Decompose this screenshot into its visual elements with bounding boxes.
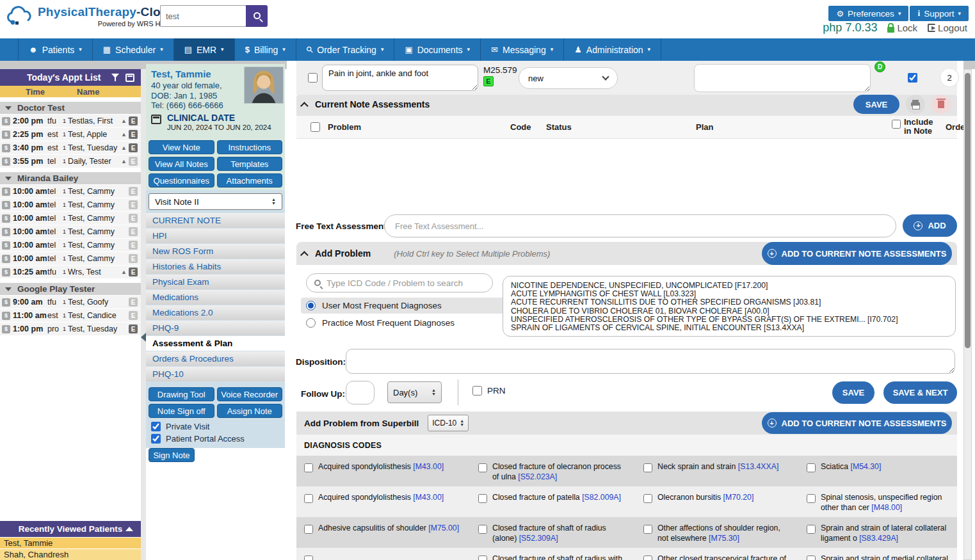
diagnosis-code-cell[interactable]: Neck sprain and strain [S13.4XXA] bbox=[636, 456, 799, 486]
follow-up-value-input[interactable] bbox=[346, 381, 375, 404]
diagnosis-checkbox[interactable] bbox=[478, 525, 487, 534]
radio[interactable] bbox=[306, 318, 316, 328]
row-select-checkbox[interactable] bbox=[308, 73, 318, 83]
radio[interactable] bbox=[306, 301, 316, 310]
appointment-row[interactable]: $ 2:00 pm tfu 1 Testlas, First ▲ E bbox=[0, 115, 141, 127]
diagnosis-checkbox[interactable] bbox=[807, 525, 816, 534]
appointment-row[interactable]: $ 10:00 am tel 1 Test, Cammy ▲ E bbox=[0, 252, 141, 265]
note-tool-button[interactable]: Assign Note bbox=[217, 404, 283, 418]
sign-note-button[interactable]: Sign Note bbox=[149, 448, 195, 462]
diagnosis-code-cell[interactable]: Closed fracture of shaft of radius (alon… bbox=[471, 517, 636, 548]
diagnosis-code-cell[interactable]: Other affections of shoulder region, not… bbox=[636, 517, 799, 548]
patient-action-button[interactable]: Templates bbox=[217, 157, 283, 171]
appointment-row[interactable]: $ 2:25 pm est 1 Test, Apple ▲ E bbox=[0, 128, 141, 141]
note-section-menu-item[interactable]: Orders & Procedures bbox=[146, 351, 285, 366]
diagnosis-code-cell[interactable]: Closed fracture of patella [S82.009A] bbox=[471, 486, 636, 517]
diagnosis-code-cell[interactable]: Sprain and strain of lateral collateral … bbox=[799, 517, 957, 548]
follow-up-unit-select[interactable]: Day(s) ▲▼ bbox=[387, 381, 442, 403]
appointment-row[interactable]: $ 11:00 am est 1 Test, Candice ▲ E bbox=[0, 309, 141, 322]
free-text-assessment-input[interactable] bbox=[384, 214, 896, 237]
checkbox[interactable] bbox=[151, 434, 161, 444]
recently-viewed-header[interactable]: Recently Viewed Patients bbox=[0, 521, 141, 537]
provider-group-header[interactable]: Miranda Bailey bbox=[0, 172, 141, 184]
include-in-note-checkbox[interactable] bbox=[908, 73, 917, 83]
filter-icon[interactable] bbox=[111, 74, 119, 81]
diagnosis-checkbox[interactable] bbox=[643, 494, 652, 503]
diagnosis-checkbox[interactable] bbox=[807, 494, 816, 503]
nav-item[interactable]: Scheduler ▾ bbox=[92, 38, 173, 61]
prn-checkbox[interactable] bbox=[472, 386, 482, 396]
select-all-checkbox[interactable] bbox=[310, 122, 320, 132]
global-search-button[interactable] bbox=[246, 5, 268, 27]
logout-link[interactable]: Logout bbox=[928, 22, 967, 33]
diagnosis-code-cell[interactable]: Closed fracture of olecranon process of … bbox=[471, 456, 636, 486]
note-section-menu-item[interactable]: Assessment & Plan bbox=[146, 336, 285, 351]
nav-item[interactable]: Billing ▾ bbox=[234, 38, 296, 61]
patient-action-button[interactable]: View All Notes bbox=[149, 157, 214, 171]
patient-action-button[interactable]: Questionnaires bbox=[149, 173, 214, 188]
appointment-row[interactable]: $ 9:00 am tfu 1 Test, Goofy ▲ E bbox=[0, 296, 141, 308]
diagnosis-code-cell[interactable]: Spinal stenosis, unspecified region othe… bbox=[799, 486, 957, 517]
diagnosis-checkbox[interactable] bbox=[478, 556, 487, 560]
visit-note-select[interactable]: Visit Note II ▲▼ bbox=[149, 193, 282, 210]
save-and-next-button[interactable]: SAVE & NEXT bbox=[883, 381, 957, 404]
plan-textarea[interactable] bbox=[694, 64, 871, 92]
scrollbar-thumb[interactable] bbox=[965, 73, 971, 348]
diagnosis-code-cell[interactable]: Sciatica [M54.30] bbox=[799, 456, 957, 486]
add-assessment-button[interactable]: +ADD bbox=[903, 214, 957, 237]
diagnosis-code-cell[interactable]: Olecranon bursitis [M70.20] bbox=[636, 486, 799, 517]
print-button[interactable] bbox=[906, 95, 925, 114]
diagnosis-code-cell[interactable]: Acquired spondylolisthesis [M43.00] bbox=[296, 486, 471, 517]
note-section-menu-item[interactable]: PHQ-9 bbox=[146, 321, 285, 335]
diagnosis-checkbox[interactable] bbox=[807, 463, 816, 472]
nav-item[interactable]: Documents ▾ bbox=[394, 38, 480, 61]
add-to-current-note-button[interactable]: +ADD TO CURRENT NOTE ASSESSMENTS bbox=[762, 412, 952, 434]
appointment-row[interactable]: $ 10:00 am tel 1 Test, Cammy ▲ E bbox=[0, 185, 141, 198]
note-tool-button[interactable]: Drawing Tool bbox=[149, 387, 214, 401]
support-button[interactable]: iSupport▾ bbox=[910, 6, 969, 21]
diagnosis-checkbox[interactable] bbox=[304, 463, 313, 472]
code-type-select[interactable]: ICD-10 ▲▼ bbox=[428, 415, 469, 431]
recent-patient-row[interactable]: Test, Tammie bbox=[0, 538, 141, 548]
icd-search-input[interactable] bbox=[326, 278, 485, 288]
note-section-menu-item[interactable]: New ROS Form bbox=[146, 244, 285, 259]
recent-patient-row[interactable]: Shah, Chandresh bbox=[0, 549, 141, 560]
checkbox[interactable] bbox=[151, 422, 161, 431]
note-section-menu-item[interactable]: Medications bbox=[146, 290, 285, 305]
diagnosis-checkbox[interactable] bbox=[643, 525, 652, 534]
diagnosis-checkbox[interactable] bbox=[304, 525, 313, 534]
problem-textarea[interactable] bbox=[322, 65, 478, 91]
user-frequent-diagnoses-radio[interactable]: User Most Frequent Diagnoses bbox=[301, 298, 522, 314]
appointment-row[interactable]: $ 3:55 pm tel 1 Daily, Tester ▲ E bbox=[0, 155, 141, 168]
provider-group-header[interactable]: Doctor Test bbox=[0, 102, 141, 114]
appointment-row[interactable]: $ 10:00 am tel 1 Test, Cammy ▲ E bbox=[0, 225, 141, 238]
diagnosis-checkbox[interactable] bbox=[478, 494, 487, 503]
nav-item[interactable]: Administration ▾ bbox=[563, 38, 661, 61]
nav-item[interactable]: EMR ▾ bbox=[173, 38, 234, 61]
disposition-textarea[interactable] bbox=[346, 349, 955, 374]
diagnosis-code-cell[interactable]: Closed fracture of shaft of radius with … bbox=[471, 548, 636, 560]
save-button[interactable]: SAVE bbox=[832, 381, 874, 404]
note-section-menu-item[interactable]: Physical Exam bbox=[146, 275, 285, 289]
patient-action-button[interactable]: View Note bbox=[149, 140, 214, 154]
patient-option-checkbox[interactable]: Patient Portal Access bbox=[146, 431, 285, 444]
note-section-menu-item[interactable]: PHQ-10 bbox=[146, 367, 285, 381]
note-tool-button[interactable]: Voice Recorder bbox=[217, 387, 283, 401]
global-search-input[interactable] bbox=[160, 5, 246, 27]
appointment-row[interactable]: $ 1:00 pm pro 1 Test, Tuesday ▲ E bbox=[0, 323, 141, 335]
diagnosis-code-cell[interactable]: Adhesive capsulitis of shoulder [M75.00] bbox=[296, 517, 471, 548]
prn-checkbox-row[interactable]: PRN bbox=[472, 386, 506, 396]
patient-option-checkbox[interactable]: Private Visit bbox=[146, 419, 285, 431]
appointment-row[interactable]: $ 3:40 pm est 1 Test, Tuesday ▲ E bbox=[0, 141, 141, 154]
note-section-menu-item[interactable]: CURRENT NOTE bbox=[146, 213, 285, 228]
note-section-menu-item[interactable]: Histories & Habits bbox=[146, 259, 285, 274]
collapse-icon[interactable] bbox=[300, 251, 309, 259]
calendar-icon[interactable] bbox=[125, 74, 134, 82]
diagnosis-checkbox[interactable] bbox=[643, 463, 652, 472]
appointment-row[interactable]: $ 10:00 am tel 1 Test, Cammy ▲ E bbox=[0, 212, 141, 225]
lock-link[interactable]: Lock bbox=[887, 22, 917, 33]
appointment-row[interactable]: $ 10:25 am tfu 1 Wrs, Test ▲ E bbox=[0, 266, 141, 278]
diagnosis-checkbox[interactable] bbox=[304, 494, 313, 503]
collapse-icon[interactable] bbox=[300, 102, 309, 110]
practice-frequent-diagnoses-radio[interactable]: Practice Most Frequent Diagnoses bbox=[301, 315, 522, 331]
